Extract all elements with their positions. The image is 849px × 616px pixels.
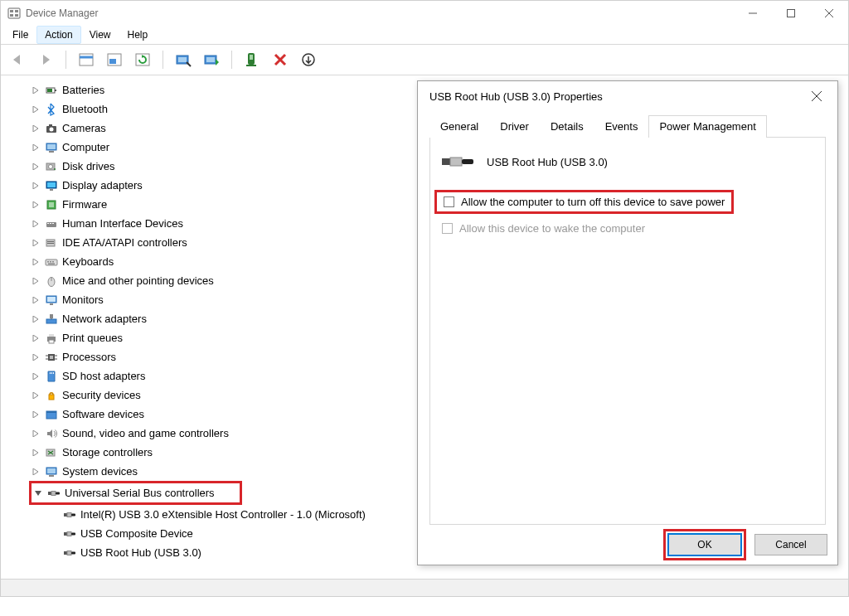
expand-arrow-icon[interactable] — [29, 278, 42, 284]
scan-hardware-icon[interactable] — [173, 50, 193, 70]
svg-rect-78 — [49, 475, 54, 477]
svg-rect-45 — [47, 241, 54, 242]
tab-power-management[interactable]: Power Management — [648, 115, 766, 138]
app-icon — [7, 7, 21, 20]
expand-arrow-icon[interactable] — [29, 392, 42, 399]
svg-rect-0 — [8, 8, 20, 18]
expand-arrow-icon[interactable] — [29, 411, 42, 418]
svg-rect-1 — [10, 10, 13, 12]
expand-arrow-icon[interactable] — [29, 449, 42, 456]
svg-rect-31 — [49, 151, 54, 153]
menu-file[interactable]: File — [4, 26, 36, 44]
expand-arrow-icon[interactable] — [29, 125, 42, 132]
dialog-button-row: OK Cancel — [418, 525, 837, 565]
svg-rect-37 — [50, 189, 53, 191]
svg-rect-49 — [50, 261, 51, 263]
battery-icon — [44, 83, 59, 98]
menu-action[interactable]: Action — [36, 26, 80, 44]
display-icon — [44, 178, 59, 193]
usb-icon — [46, 486, 61, 501]
svg-rect-77 — [47, 468, 56, 473]
svg-rect-95 — [462, 159, 473, 164]
cancel-button[interactable]: Cancel — [754, 534, 827, 555]
allow-turnoff-highlight: Allow the computer to turn off this devi… — [434, 190, 734, 214]
tree-node-label: Cameras — [62, 122, 106, 134]
usb-category-highlight: Universal Serial Bus controllers — [29, 481, 242, 505]
tree-node-label: Network adapters — [62, 313, 147, 325]
update-driver-icon[interactable] — [242, 50, 262, 70]
tree-node[interactable]: Universal Serial Bus controllers — [32, 483, 240, 502]
svg-rect-3 — [10, 14, 13, 17]
expand-arrow-icon[interactable] — [29, 430, 42, 437]
tree-node-label: System devices — [62, 465, 138, 478]
tab-driver[interactable]: Driver — [489, 115, 540, 138]
svg-rect-6 — [788, 10, 795, 17]
expand-arrow-icon[interactable] — [29, 373, 42, 380]
dialog-tab-strip: GeneralDriverDetailsEventsPower Manageme… — [429, 114, 826, 138]
svg-rect-4 — [15, 14, 18, 17]
enable-device-icon[interactable] — [201, 50, 221, 70]
menu-view[interactable]: View — [81, 26, 119, 44]
toolbar — [1, 45, 848, 75]
allow-turnoff-checkbox[interactable] — [444, 196, 454, 207]
show-hide-icon[interactable] — [76, 50, 96, 70]
svg-rect-83 — [67, 512, 71, 517]
forward-arrow-icon[interactable] — [36, 50, 56, 70]
expand-arrow-icon[interactable] — [29, 144, 42, 151]
svg-rect-90 — [71, 551, 75, 554]
close-button[interactable] — [810, 1, 848, 26]
tab-events[interactable]: Events — [594, 115, 649, 138]
expand-arrow-icon[interactable] — [29, 106, 42, 113]
svg-rect-72 — [49, 395, 54, 400]
tree-node-label: Security devices — [62, 389, 141, 401]
tab-general[interactable]: General — [429, 115, 489, 138]
allow-wake-option: Allow this device to wake the computer — [442, 222, 813, 235]
expand-arrow-icon[interactable] — [29, 201, 42, 208]
svg-rect-64 — [50, 356, 53, 359]
expand-arrow-icon[interactable] — [29, 240, 42, 246]
menu-help[interactable]: Help — [119, 26, 157, 44]
tree-node-label: Intel(R) USB 3.0 eXtensible Host Control… — [80, 508, 366, 521]
uninstall-device-icon[interactable] — [270, 50, 290, 70]
dialog-close-button[interactable] — [804, 84, 829, 109]
expand-arrow-icon[interactable] — [29, 259, 42, 265]
expand-arrow-icon[interactable] — [29, 163, 42, 170]
ok-button[interactable]: OK — [667, 533, 742, 556]
properties-icon[interactable] — [104, 50, 124, 70]
add-legacy-icon[interactable] — [298, 50, 318, 70]
usb-icon — [62, 526, 77, 541]
window-title: Device Manager — [26, 7, 734, 19]
svg-rect-19 — [250, 55, 253, 60]
allow-wake-checkbox — [442, 223, 453, 234]
expand-arrow-icon[interactable] — [29, 468, 42, 475]
expand-arrow-icon[interactable] — [29, 335, 42, 342]
svg-rect-58 — [50, 314, 53, 318]
refresh-icon[interactable] — [133, 50, 153, 70]
monitor-icon — [44, 293, 59, 308]
expand-arrow-icon[interactable] — [29, 316, 42, 323]
svg-rect-86 — [67, 531, 71, 536]
audio-icon — [44, 426, 59, 441]
maximize-button[interactable] — [772, 1, 810, 26]
svg-rect-36 — [47, 182, 56, 187]
expand-arrow-icon[interactable] — [29, 221, 42, 227]
tree-node-label: Firmware — [62, 198, 107, 211]
minimize-button[interactable] — [734, 1, 772, 26]
svg-point-33 — [49, 164, 53, 168]
tree-node-label: Universal Serial Bus controllers — [65, 487, 215, 499]
svg-rect-50 — [52, 261, 54, 263]
expand-arrow-icon[interactable] — [29, 182, 42, 189]
printer-icon — [44, 331, 59, 346]
collapse-arrow-icon[interactable] — [32, 490, 45, 497]
ok-highlight: OK — [663, 529, 746, 560]
bluetooth-icon — [44, 102, 59, 117]
expand-arrow-icon[interactable] — [29, 354, 42, 361]
svg-rect-17 — [206, 57, 215, 62]
expand-arrow-icon[interactable] — [29, 297, 42, 303]
expand-arrow-icon[interactable] — [29, 87, 42, 94]
tab-details[interactable]: Details — [540, 115, 594, 138]
allow-turnoff-option[interactable]: Allow the computer to turn off this devi… — [442, 194, 726, 210]
tree-node-label: IDE ATA/ATAPI controllers — [62, 236, 187, 249]
svg-rect-25 — [47, 89, 52, 92]
back-arrow-icon[interactable] — [7, 50, 27, 70]
